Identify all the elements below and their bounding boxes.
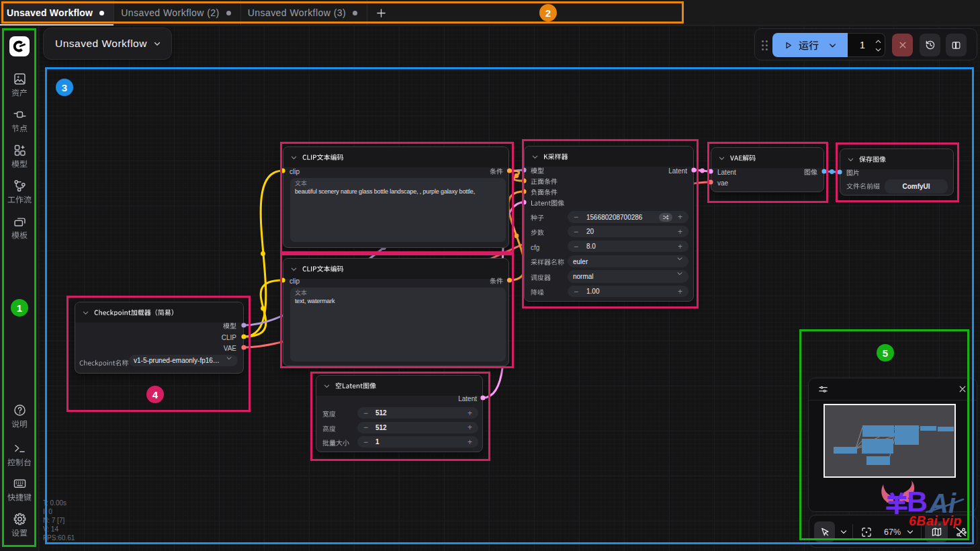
drag-handle-icon[interactable] (761, 40, 768, 51)
output-slot-model[interactable] (196, 321, 236, 331)
output-slot-clip[interactable]: CLIP (196, 333, 236, 342)
increment-icon[interactable]: + (467, 422, 472, 433)
widget-label-ckpt-name (79, 358, 129, 368)
chevron-down-icon (676, 270, 683, 277)
widget-height[interactable]: − 512 + (357, 422, 478, 433)
node-header[interactable] (840, 149, 953, 169)
widget-label-cfg: cfg (531, 243, 539, 252)
decrement-icon[interactable]: − (574, 286, 578, 297)
increment-icon[interactable]: + (678, 226, 682, 237)
decrement-icon[interactable]: − (574, 211, 578, 223)
x-icon (898, 40, 907, 50)
widget-sampler-name-combo[interactable]: euler (568, 255, 688, 267)
annotation-badge-2: 2 (539, 4, 557, 22)
watermark-b: B (907, 487, 928, 516)
minimap-node (834, 447, 857, 454)
widget-label-scheduler (531, 273, 551, 282)
widget-denoise[interactable]: − 1.00 + (568, 286, 688, 297)
widget-label-steps (531, 228, 544, 237)
node-empty-latent-image[interactable]: Latent − 512 + − 512 + − 1 + (316, 375, 483, 452)
widget-text-prompt[interactable]: text, watermark (290, 288, 506, 362)
panel-toggle-button[interactable] (946, 34, 967, 56)
history-icon (925, 40, 936, 50)
widget-steps[interactable]: − 20 + (568, 226, 688, 237)
chevron-down-icon[interactable] (906, 529, 914, 536)
increment-icon[interactable]: + (467, 407, 472, 419)
minimap-panel-header (809, 378, 977, 400)
spinner-up-icon[interactable] (875, 38, 882, 44)
widget-label-batch-size (322, 438, 349, 448)
chevron-down-icon (153, 40, 161, 48)
clip-node-dots (278, 166, 515, 286)
node-title (543, 153, 568, 160)
fit-view-icon[interactable] (860, 526, 873, 538)
node-save-image[interactable]: ComfyUI (840, 149, 954, 196)
vae-dots (706, 167, 830, 188)
widget-label-width (322, 409, 336, 419)
output-slot-vae[interactable]: VAE (196, 343, 236, 353)
batch-count-spinner[interactable]: 1 (848, 33, 885, 57)
widget-scheduler-combo[interactable]: normal (568, 270, 688, 283)
minimap-viewport[interactable] (823, 404, 956, 478)
increment-icon[interactable]: + (678, 211, 682, 223)
collapse-icon (718, 155, 725, 162)
minimap-node (938, 427, 954, 431)
widget-ckpt-name-combo[interactable]: v1-5-pruned-emaonly-fp16… (129, 355, 238, 366)
zoom-level[interactable]: 67% (884, 527, 901, 537)
increment-icon[interactable]: + (467, 436, 472, 448)
watermark-swoosh (926, 499, 965, 513)
minimap-node (866, 456, 890, 465)
queue-history-button[interactable] (920, 34, 940, 56)
widget-label-sampler-name (531, 257, 564, 267)
pointer-tool-button[interactable] (814, 521, 835, 542)
spinner-down-icon[interactable] (875, 47, 882, 53)
input-slot-images[interactable] (846, 168, 860, 177)
increment-icon[interactable]: + (678, 241, 682, 252)
decrement-icon[interactable]: − (363, 407, 368, 419)
node-header[interactable] (525, 146, 693, 167)
watermark: B Ai (879, 478, 966, 519)
workflow-menu-label: Unsaved Workflow (55, 38, 147, 50)
output-slot-latent[interactable]: Latent (443, 394, 477, 403)
node-checkpoint-loader[interactable]: CLIP VAE v1-5-pruned-emaonly-fp16… (75, 302, 244, 374)
run-button[interactable] (772, 33, 848, 57)
collapse-icon (847, 156, 854, 163)
close-icon[interactable] (958, 384, 967, 394)
filter-options-icon[interactable] (817, 384, 829, 395)
run-button-label (799, 40, 819, 50)
node-header[interactable] (75, 302, 243, 323)
increment-icon[interactable]: + (678, 286, 682, 297)
shuffle-icon (663, 214, 669, 220)
toolbar-divider (852, 524, 853, 540)
watermark-site: 6Bai.vip (909, 513, 962, 529)
node-title (730, 155, 756, 161)
collapse-icon (323, 382, 330, 390)
node-title (859, 156, 886, 163)
decrement-icon[interactable]: − (363, 422, 368, 433)
node-header[interactable] (283, 147, 508, 167)
ksampler-dots (519, 165, 699, 207)
widget-seed[interactable]: − 156680208700286 + (568, 211, 688, 223)
widget-width[interactable]: − 512 + (357, 407, 478, 419)
widget-cfg[interactable]: − 8.0 + (568, 241, 688, 252)
widget-batch-size[interactable]: − 1 + (357, 436, 478, 448)
prompt-text-value: text, watermark (295, 298, 502, 304)
batch-count-value: 1 (860, 40, 865, 50)
workflow-menu-dropdown[interactable]: Unsaved Workflow (43, 28, 172, 60)
randomize-seed-button[interactable] (659, 213, 672, 222)
widget-filename-prefix[interactable]: ComfyUI (885, 179, 948, 194)
collapse-icon (531, 153, 539, 161)
chevron-down-icon[interactable] (840, 529, 848, 536)
annotation-badge-4: 4 (146, 386, 164, 403)
node-title (302, 154, 344, 161)
widget-label-height (322, 424, 336, 433)
decrement-icon[interactable]: − (574, 241, 578, 252)
widget-label-text (295, 290, 307, 296)
decrement-icon[interactable]: − (574, 226, 578, 237)
annotation-badge-3: 3 (56, 79, 73, 96)
node-header[interactable] (316, 376, 482, 396)
node-header[interactable] (711, 148, 823, 168)
decrement-icon[interactable]: − (363, 436, 368, 448)
cursor-icon (819, 527, 830, 538)
cancel-run-button[interactable] (892, 34, 913, 56)
